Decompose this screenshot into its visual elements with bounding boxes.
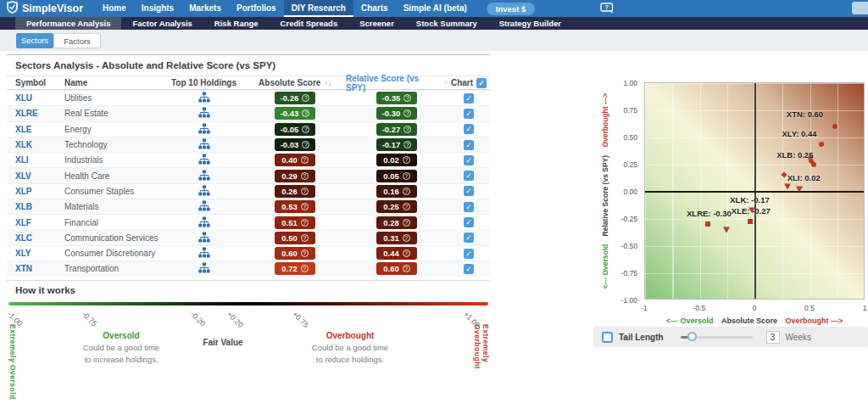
tail-length-checkbox[interactable] (602, 332, 613, 343)
chart-checkbox[interactable]: ✓ (464, 124, 474, 134)
info-icon: ? (301, 188, 309, 195)
relative-score-badge[interactable]: -0.17? (376, 138, 417, 151)
absolute-score-badge[interactable]: 0.72? (275, 262, 315, 275)
holdings-icon[interactable] (198, 216, 210, 229)
nav-insights[interactable]: Insights (134, 0, 181, 17)
subnav-screener[interactable]: Screener (348, 17, 405, 30)
x-tick-label: -0.5 (687, 304, 712, 312)
col-symbol[interactable]: Symbol (7, 78, 64, 87)
chart-checkbox[interactable]: ✓ (464, 155, 474, 165)
nav-charts[interactable]: Charts (353, 0, 396, 17)
holdings-icon[interactable] (198, 92, 210, 104)
relative-score-badge[interactable]: -0.35? (376, 92, 417, 104)
relative-score-badge[interactable]: 0.31? (376, 232, 417, 244)
relative-score-badge[interactable]: 0.60? (376, 262, 417, 275)
sort-icon[interactable]: ↑↓ (324, 79, 331, 87)
score-scale: Extremely Oversold Extremely Overbought … (7, 305, 490, 401)
chart-checkbox[interactable]: ✓ (464, 186, 474, 196)
holdings-icon[interactable] (198, 154, 210, 166)
tab-sectors[interactable]: Sectors (16, 33, 53, 48)
relative-score-badge[interactable]: 0.16? (376, 185, 417, 198)
absolute-score-badge[interactable]: 0.51? (275, 216, 315, 229)
subnav-risk-range[interactable]: Risk Range (203, 17, 270, 30)
relative-score-badge[interactable]: -0.30? (376, 107, 417, 120)
symbol-link[interactable]: XLI (15, 155, 29, 165)
absolute-score-badge[interactable]: -0.05? (275, 123, 315, 136)
nav-portfolios[interactable]: Portfolios (229, 0, 284, 17)
col-holdings: Top 10 Holdings (164, 78, 244, 87)
nav-simple-ai[interactable]: Simple AI (beta) (396, 0, 475, 17)
subnav-performance-analysis[interactable]: Performance Analysis (15, 17, 121, 30)
relative-score-badge[interactable]: 0.28? (376, 216, 417, 229)
tab-factors[interactable]: Factors (53, 33, 101, 48)
symbol-link[interactable]: XLF (15, 218, 31, 227)
absolute-score-badge[interactable]: 0.40? (275, 154, 315, 166)
subnav-strategy-builder[interactable]: Strategy Builder (488, 17, 572, 30)
tab-strip: Sectors Factors (0, 30, 868, 51)
symbol-link[interactable]: XTN (15, 264, 32, 273)
chart-checkbox[interactable]: ✓ (464, 264, 474, 274)
holdings-icon[interactable] (198, 123, 210, 136)
absolute-score-badge[interactable]: 0.60? (275, 247, 315, 260)
chart-checkbox[interactable]: ✓ (464, 109, 474, 119)
chart-checkbox[interactable]: ✓ (464, 217, 474, 227)
info-icon: ? (301, 265, 309, 272)
chart-checkbox[interactable]: ✓ (464, 93, 474, 104)
absolute-score-badge[interactable]: -0.43? (275, 107, 315, 120)
absolute-score-badge[interactable]: -0.03? (275, 138, 315, 151)
absolute-score-badge[interactable]: 0.26? (275, 185, 315, 198)
symbol-link[interactable]: XLC (15, 233, 32, 243)
symbol-link[interactable]: XLE (15, 125, 31, 134)
nav-markets[interactable]: Markets (181, 0, 229, 17)
relative-score-badge[interactable]: 0.25? (376, 200, 417, 213)
relative-score-badge[interactable]: 0.05? (376, 170, 417, 182)
chart-checkbox[interactable]: ✓ (464, 140, 474, 150)
holdings-icon[interactable] (198, 200, 210, 213)
invest-button[interactable]: Invest $ (487, 3, 535, 15)
chart-checkbox[interactable]: ✓ (464, 171, 474, 181)
col-relative-score[interactable]: Relative Score (vs SPY) ↑ (346, 74, 448, 92)
absolute-score-badge[interactable]: -0.26? (275, 92, 315, 104)
tail-length-slider[interactable] (681, 336, 753, 339)
relative-score-badge[interactable]: -0.27? (376, 123, 417, 136)
holdings-icon[interactable] (198, 232, 210, 244)
relative-score-badge[interactable]: 0.02? (376, 154, 417, 166)
symbol-link[interactable]: XLB (15, 202, 32, 211)
holdings-icon[interactable] (198, 138, 210, 151)
symbol-link[interactable]: XLU (15, 93, 32, 103)
help-icon[interactable]: ? (600, 3, 615, 18)
relative-score-badge[interactable]: 0.44? (376, 247, 417, 260)
symbol-link[interactable]: XLV (15, 171, 31, 181)
brand-logo[interactable]: SimpleVisor (7, 1, 83, 16)
subnav-credit-spreads[interactable]: Credit Spreads (270, 17, 349, 30)
subnav-stock-summary[interactable]: Stock Summary (405, 17, 488, 30)
partial-widget[interactable] (852, 2, 868, 14)
scatter-plot[interactable]: XTN: 0.60XLY: 0.44XLB: 0.25XLI: 0.02XLK:… (644, 82, 865, 300)
symbol-link[interactable]: XLRE (15, 109, 38, 118)
info-icon: ? (403, 188, 410, 195)
chart-checkbox[interactable]: ✓ (464, 249, 474, 259)
holdings-icon[interactable] (198, 170, 210, 182)
nav-home[interactable]: Home (95, 0, 134, 17)
slider-handle[interactable] (687, 332, 697, 341)
overbought-line1: Could be a good time (287, 342, 414, 354)
subnav-factor-analysis[interactable]: Factor Analysis (121, 17, 203, 30)
tail-length-input[interactable]: 3 (766, 331, 780, 344)
absolute-score-badge[interactable]: 0.53? (275, 200, 315, 213)
chart-checkbox[interactable]: ✓ (464, 202, 474, 212)
col-name[interactable]: Name (64, 78, 164, 87)
holdings-icon[interactable] (198, 185, 210, 198)
nav-diy-research[interactable]: DIY Research (284, 0, 353, 17)
symbol-link[interactable]: XLP (15, 187, 31, 196)
holdings-icon[interactable] (198, 107, 210, 120)
holdings-icon[interactable] (198, 262, 210, 275)
absolute-score-badge[interactable]: 0.29? (275, 170, 315, 182)
col-absolute-score[interactable]: Absolute Score ↑↓ (244, 78, 346, 87)
symbol-link[interactable]: XLY (15, 249, 31, 258)
chart-checkbox[interactable]: ✓ (464, 233, 474, 243)
absolute-score-badge[interactable]: 0.50? (275, 232, 315, 244)
holdings-icon[interactable] (198, 247, 210, 260)
sector-name: Consumer Staples (64, 187, 134, 196)
symbol-link[interactable]: XLK (15, 140, 32, 149)
chart-select-all-checkbox[interactable]: ✓ (476, 78, 487, 88)
